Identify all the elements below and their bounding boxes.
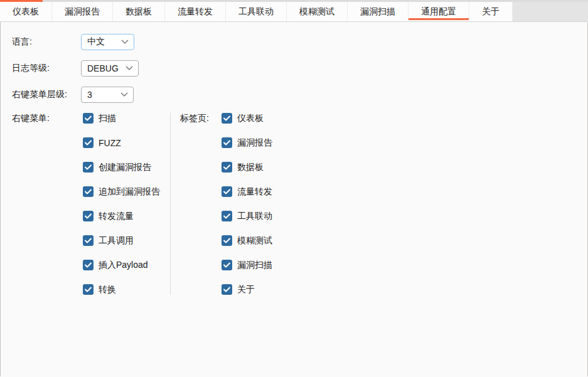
checkbox-checked-icon[interactable] <box>222 186 232 197</box>
log-level-label: 日志等级: <box>12 63 81 74</box>
tab-label: 通用配置 <box>421 6 456 18</box>
checkbox-checked-icon[interactable] <box>222 113 232 124</box>
checkbox-checked-icon[interactable] <box>83 137 94 148</box>
context-menu-checkbox-item[interactable]: 追加到漏洞报告 <box>83 186 160 197</box>
tab[interactable]: 流量转发 <box>165 2 226 21</box>
chevron-down-icon <box>126 66 133 71</box>
tab-label: 流量转发 <box>178 6 213 18</box>
checkbox-label: 漏洞报告 <box>237 137 272 149</box>
tab-page-checkbox-item[interactable]: 模糊测试 <box>222 235 272 246</box>
checkbox-label: 漏洞扫描 <box>237 260 272 271</box>
check-section: 右键菜单: 扫描 <box>12 113 587 295</box>
tab-bar: 仪表板 漏洞报告 数据板 流量转发 工具联动 模糊测试 漏洞扫描 <box>0 2 588 22</box>
context-menu-depth-select[interactable]: 3 <box>81 87 134 103</box>
checkbox-label: 追加到漏洞报告 <box>99 186 160 198</box>
context-menu-checkbox-item[interactable]: 创建漏洞报告 <box>83 162 160 173</box>
checkbox-label: 关于 <box>237 284 255 295</box>
checkbox-label: 仪表板 <box>237 113 264 124</box>
tab-pages-group: 标签页: 仪表板 <box>170 113 272 295</box>
checkbox-checked-icon[interactable] <box>222 235 232 246</box>
context-menu-group-label: 右键菜单: <box>12 113 83 124</box>
checkbox-checked-icon[interactable] <box>83 162 94 173</box>
chevron-down-icon <box>121 40 129 45</box>
tab-label: 数据板 <box>126 6 152 18</box>
checkbox-label: 流量转发 <box>237 186 272 198</box>
context-menu-depth-select-value: 3 <box>87 90 92 100</box>
checkbox-checked-icon[interactable] <box>222 284 232 295</box>
tab[interactable]: 通用配置 <box>409 2 469 21</box>
language-select[interactable]: 中文 <box>81 34 134 50</box>
tab[interactable]: 模糊测试 <box>287 2 348 21</box>
checkbox-checked-icon[interactable] <box>222 260 232 270</box>
context-menu-checkbox-item[interactable]: 转换 <box>83 284 160 295</box>
checkbox-label: FUZZ <box>99 138 121 148</box>
checkbox-label: 转发流量 <box>99 211 134 222</box>
checkbox-label: 转换 <box>99 284 116 295</box>
tab-label: 关于 <box>482 6 500 18</box>
checkbox-checked-icon[interactable] <box>222 137 232 148</box>
tab-page-checkbox-item[interactable]: 仪表板 <box>222 113 272 124</box>
checkbox-label: 工具联动 <box>237 211 272 222</box>
context-menu-depth-row: 右键菜单层级: 3 <box>12 87 587 103</box>
tab-label: 模糊测试 <box>299 6 334 18</box>
tab[interactable]: 仪表板 <box>0 2 52 21</box>
checkbox-checked-icon[interactable] <box>83 260 94 270</box>
tab-label: 工具联动 <box>238 6 274 18</box>
tab-pages-checklist: 仪表板 漏洞报告 <box>222 113 272 295</box>
context-menu-checkbox-item[interactable]: 扫描 <box>83 113 160 124</box>
language-row: 语言: 中文 <box>12 34 587 50</box>
context-menu-checkbox-item[interactable]: 工具调用 <box>83 235 160 246</box>
tab[interactable]: 数据板 <box>113 2 165 21</box>
tab[interactable]: 漏洞报告 <box>52 2 113 21</box>
general-config-panel: 语言: 中文 日志等级: DEBUG 右键菜单层级: 3 <box>0 22 588 376</box>
checkbox-checked-icon[interactable] <box>83 235 94 246</box>
tab-page-checkbox-item[interactable]: 数据板 <box>222 162 272 173</box>
log-level-select-value: DEBUG <box>87 63 119 73</box>
language-label: 语言: <box>12 36 81 48</box>
context-menu-group: 右键菜单: 扫描 <box>12 113 170 295</box>
tab-page-checkbox-item[interactable]: 关于 <box>222 284 272 295</box>
checkbox-label: 工具调用 <box>99 235 134 247</box>
checkbox-checked-icon[interactable] <box>83 113 94 124</box>
context-menu-depth-label: 右键菜单层级: <box>12 89 81 100</box>
checkbox-label: 插入Payload <box>99 260 148 271</box>
tab-page-checkbox-item[interactable]: 工具联动 <box>222 211 272 221</box>
checkbox-label: 扫描 <box>99 113 116 124</box>
tab-label: 仪表板 <box>13 6 39 18</box>
tab[interactable]: 工具联动 <box>226 2 287 21</box>
tab[interactable]: 关于 <box>469 2 513 21</box>
checkbox-label: 创建漏洞报告 <box>99 162 151 173</box>
context-menu-checklist: 扫描 FUZZ <box>83 113 160 295</box>
tab-label: 漏洞扫描 <box>360 6 395 18</box>
chevron-down-icon <box>120 92 128 97</box>
checkbox-checked-icon[interactable] <box>222 162 232 173</box>
tab-page-checkbox-item[interactable]: 漏洞扫描 <box>222 260 272 270</box>
checkbox-checked-icon[interactable] <box>83 284 94 295</box>
context-menu-checkbox-item[interactable]: FUZZ <box>83 137 160 148</box>
checkbox-label: 模糊测试 <box>237 235 272 247</box>
tab[interactable]: 漏洞扫描 <box>348 2 409 21</box>
checkbox-checked-icon[interactable] <box>83 211 94 221</box>
context-menu-checkbox-item[interactable]: 插入Payload <box>83 260 160 270</box>
context-menu-checkbox-item[interactable]: 转发流量 <box>83 211 160 221</box>
tab-pages-group-label: 标签页: <box>180 113 222 124</box>
tab-label: 漏洞报告 <box>65 6 100 18</box>
language-select-value: 中文 <box>87 36 105 48</box>
log-level-row: 日志等级: DEBUG <box>12 60 587 77</box>
checkbox-checked-icon[interactable] <box>222 211 232 221</box>
settings-screen: 仪表板 漏洞报告 数据板 流量转发 工具联动 模糊测试 漏洞扫描 <box>0 0 588 377</box>
checkbox-checked-icon[interactable] <box>83 186 94 197</box>
tab-page-checkbox-item[interactable]: 流量转发 <box>222 186 272 197</box>
checkbox-label: 数据板 <box>237 162 264 173</box>
tab-page-checkbox-item[interactable]: 漏洞报告 <box>222 137 272 148</box>
log-level-select[interactable]: DEBUG <box>81 60 139 77</box>
